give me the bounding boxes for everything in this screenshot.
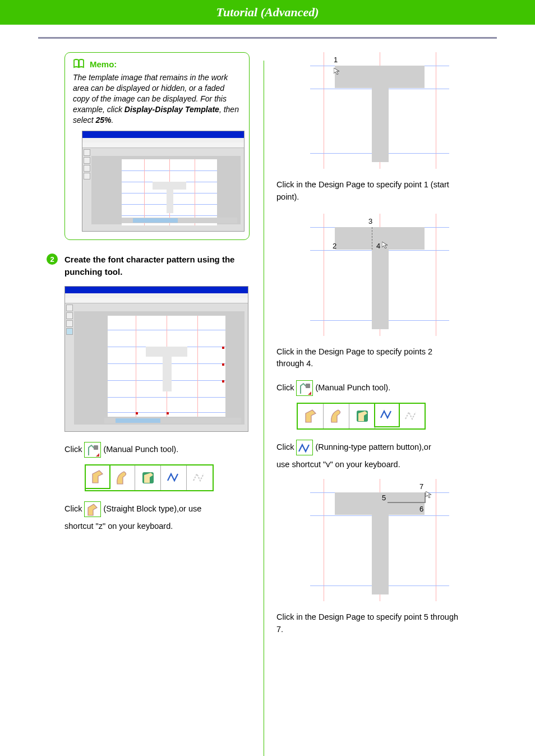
point-2-label: 2 [333,242,336,250]
memo-header: Memo: [73,58,241,70]
svg-marker-1 [96,453,99,457]
click-manual-punch-right: Click (Manual Punch tool). [276,380,462,396]
tool-curved-block[interactable] [109,465,135,490]
tool-region-block[interactable] [135,465,161,490]
straight-block-icon [84,501,101,517]
tool-straight-block[interactable] [85,464,110,489]
step-2-number: 2 [50,255,54,264]
column-divider [264,61,264,756]
manual-punch-icon [84,442,101,458]
point-4-label: 4 [376,242,380,250]
tool-region-block[interactable] [349,404,375,428]
manual-punch-icon [296,380,313,396]
memo-body: The template image that remains in the w… [73,72,241,125]
step-2-title: Create the font character pattern using … [64,253,250,278]
click-text-4: Click [276,441,294,454]
tool-feed-pattern[interactable] [187,465,213,490]
memo-bold-2: 25% [95,116,111,125]
design-page-2: 3 2 4 [310,214,449,336]
content: Memo: The template image that remains in… [64,52,497,636]
click-running-pattern: Click (Running-type pattern button),or [276,440,462,455]
cursor-icon [334,68,340,75]
cursor-icon [382,242,389,248]
tool-straight-block[interactable] [298,404,324,428]
point-1-label: 1 [334,56,338,64]
book-icon [73,58,85,70]
memo-box: Memo: The template image that remains in… [64,52,250,240]
screenshot-display-template [82,131,245,232]
svg-rect-0 [94,445,98,450]
click-text-2: Click [64,503,82,515]
svg-rect-3 [306,384,310,388]
step-2-badge: 2 [47,253,58,265]
manual-punch-text-r: (Manual Punch tool). [315,382,390,394]
tool-running-pattern[interactable] [374,403,400,427]
memo-text-3: . [112,116,114,125]
header-rule [38,37,497,39]
punch-toolbar-left [85,464,214,491]
straight-block-text-1: (Straight Block type),or use [103,503,201,515]
straight-block-tail: shortcut "z" on your keyboard. [64,522,250,531]
screenshot-punching-tool [64,286,248,432]
point-7-label: 7 [419,482,423,491]
tool-curved-block[interactable] [324,404,349,428]
point-3-label: 3 [368,217,372,225]
point-5-label: 5 [382,494,386,502]
running-text-1: (Running-type pattern button),or [315,441,431,454]
caption-d2: Click in the Design Page to specify poin… [276,346,462,371]
cursor-icon [426,491,432,498]
caption-d3: Click in the Design Page to specify poin… [276,611,462,636]
design-page-1: 1 [310,52,449,169]
punch-toolbar-right [297,403,426,430]
click-manual-punch-left: Click (Manual Punch tool). [64,442,250,458]
manual-punch-text: (Manual Punch tool). [103,444,178,456]
page-header-title: Tutorial (Advanced) [216,5,319,19]
click-straight-block: Click (Straight Block type),or use [64,501,250,517]
design-page-3: 5 6 7 [310,479,449,601]
right-column: 1 Click in the Design Page to specify po… [276,52,462,636]
memo-title: Memo: [90,59,117,69]
running-text-2: use shortcut "v" on your keyboard. [276,460,400,469]
caption-d1: Click in the Design Page to specify poin… [276,179,462,204]
page-header: Tutorial (Advanced) [0,0,535,25]
left-column: Memo: The template image that remains in… [64,52,250,636]
tool-feed-pattern[interactable] [399,404,425,428]
memo-bold-1: Display-Display Template [124,105,219,114]
point-6-label: 6 [419,505,423,513]
straight-block-text-2: shortcut "z" on your keyboard. [64,522,173,531]
tool-running-pattern[interactable] [161,465,187,490]
running-pattern-icon [296,440,313,455]
step-2: 2 Create the font character pattern usin… [64,253,250,278]
click-text: Click [64,444,82,456]
running-tail: use shortcut "v" on your keyboard. [276,460,462,469]
svg-marker-4 [308,391,311,395]
click-text-3: Click [276,382,294,394]
